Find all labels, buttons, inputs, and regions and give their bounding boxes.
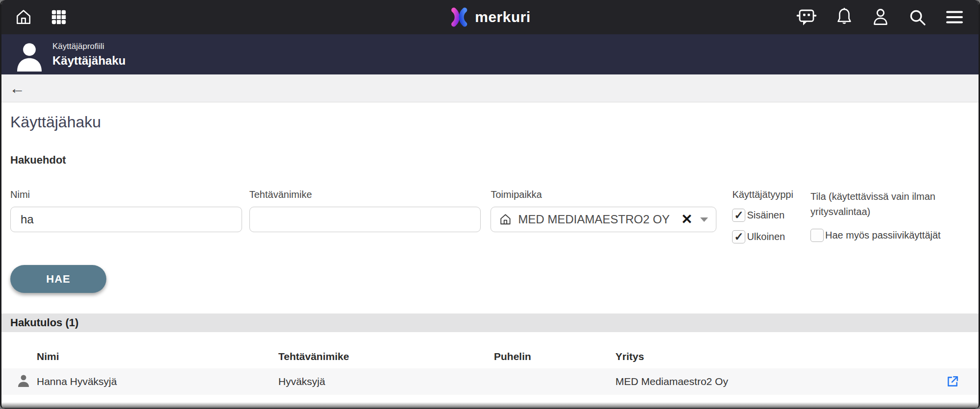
name-input[interactable] bbox=[10, 207, 242, 232]
job-title-label: Tehtävänimike bbox=[249, 189, 481, 200]
job-title-field-group: Tehtävänimike bbox=[249, 189, 481, 232]
merkuri-logo-mark bbox=[449, 7, 469, 27]
menu-hamburger-icon[interactable] bbox=[945, 10, 964, 24]
user-type-label: Käyttäjätyyppi bbox=[732, 189, 808, 200]
avatar bbox=[15, 41, 44, 72]
main-content: Käyttäjähaku Hakuehdot Nimi Tehtävänimik… bbox=[1, 113, 979, 293]
external-checkbox-row[interactable]: Ulkoinen bbox=[732, 230, 808, 243]
status-group: Tila (käytettävissä vain ilman yritysval… bbox=[810, 189, 970, 242]
table-row: Hanna Hyväksyjä Hyväksyjä MED Mediamaest… bbox=[1, 368, 979, 395]
page-title: Käyttäjähaku bbox=[10, 113, 970, 131]
chatbot-icon[interactable] bbox=[796, 7, 817, 27]
search-form: Nimi Tehtävänimike Toimipaikka MED MEDIA… bbox=[10, 189, 970, 243]
cell-company: MED Mediamaestro2 Oy bbox=[615, 376, 930, 387]
include-passive-checkbox-label: Hae myös passiivikäyttäjät bbox=[825, 230, 941, 241]
clear-selection-icon[interactable]: ✕ bbox=[681, 213, 692, 226]
apps-grid-icon[interactable] bbox=[50, 9, 67, 25]
column-header-phone: Puhelin bbox=[494, 351, 615, 362]
internal-checkbox-row[interactable]: Sisäinen bbox=[732, 209, 808, 222]
open-external-link-icon[interactable] bbox=[946, 375, 959, 388]
results-header-band: Hakutulos (1) bbox=[1, 313, 979, 332]
office-label: Toimipaikka bbox=[490, 189, 716, 200]
external-checkbox[interactable] bbox=[732, 230, 745, 243]
external-checkbox-label: Ulkoinen bbox=[747, 231, 785, 242]
home-icon[interactable] bbox=[14, 8, 33, 26]
back-arrow-icon[interactable]: ← bbox=[9, 80, 25, 96]
notifications-bell-icon[interactable] bbox=[835, 8, 853, 26]
back-bar: ← bbox=[1, 74, 979, 102]
chevron-down-icon[interactable] bbox=[700, 217, 708, 222]
app-window: merkuri bbox=[0, 0, 980, 409]
user-type-group: Käyttäjätyyppi Sisäinen Ulkoinen bbox=[732, 189, 808, 243]
cell-job-title: Hyväksyjä bbox=[278, 376, 494, 387]
merkuri-logo[interactable]: merkuri bbox=[449, 7, 531, 27]
search-button[interactable]: HAE bbox=[10, 265, 106, 293]
office-select[interactable]: MED MEDIAMAESTRO2 OY ✕ bbox=[490, 207, 716, 232]
breadcrumb-section: Käyttäjäprofiili bbox=[52, 42, 125, 51]
results-table-header: Nimi Tehtävänimike Puhelin Yritys bbox=[1, 345, 979, 368]
cell-name: Hanna Hyväksyjä bbox=[37, 376, 278, 387]
results-count: Hakutulos (1) bbox=[10, 316, 78, 329]
search-icon[interactable] bbox=[908, 8, 927, 26]
row-user-icon bbox=[16, 374, 31, 389]
internal-checkbox[interactable] bbox=[732, 209, 745, 222]
name-field-group: Nimi bbox=[10, 189, 242, 232]
brand-name: merkuri bbox=[475, 9, 531, 25]
job-title-input[interactable] bbox=[249, 207, 481, 232]
office-home-icon bbox=[499, 213, 512, 226]
column-header-job-title: Tehtävänimike bbox=[278, 351, 494, 362]
column-header-company: Yritys bbox=[615, 351, 930, 362]
include-passive-checkbox-row[interactable]: Hae myös passiivikäyttäjät bbox=[810, 229, 970, 242]
user-icon[interactable] bbox=[872, 8, 889, 26]
column-header-name: Nimi bbox=[37, 351, 278, 362]
top-navigation-bar: merkuri bbox=[1, 0, 979, 34]
breadcrumb: Käyttäjäprofiili Käyttäjähaku bbox=[1, 34, 979, 74]
breadcrumb-current-page: Käyttäjähaku bbox=[52, 54, 125, 68]
name-label: Nimi bbox=[10, 189, 242, 200]
office-field-group: Toimipaikka MED MEDIAMAESTRO2 OY ✕ bbox=[490, 189, 716, 232]
status-label: Tila (käytettävissä vain ilman yritysval… bbox=[810, 189, 970, 219]
office-selected-value: MED MEDIAMAESTRO2 OY bbox=[518, 213, 681, 226]
include-passive-checkbox[interactable] bbox=[810, 229, 824, 242]
window-bottom-edge bbox=[1, 402, 979, 409]
search-criteria-heading: Hakuehdot bbox=[10, 154, 970, 167]
internal-checkbox-label: Sisäinen bbox=[747, 210, 784, 221]
